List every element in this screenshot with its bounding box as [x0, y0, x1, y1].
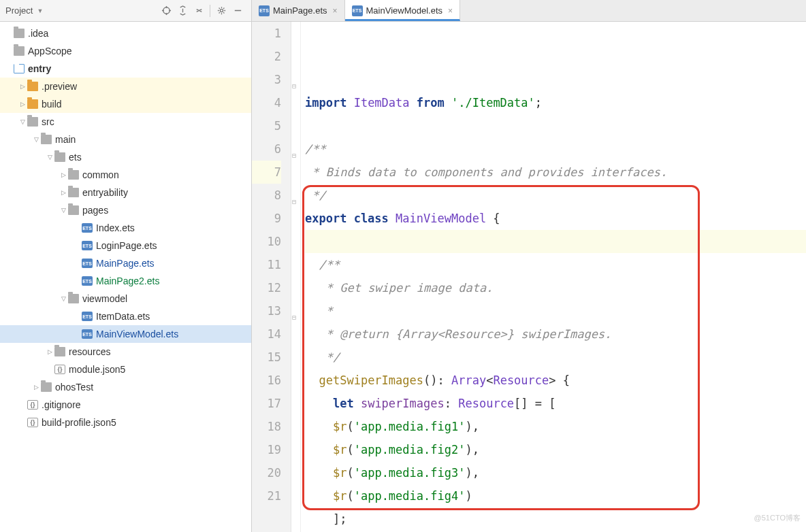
- tree-item-ets[interactable]: ▽ets: [0, 148, 251, 166]
- json-file-icon: {}: [54, 365, 65, 374]
- line-number: 15: [252, 346, 281, 369]
- code-line-18[interactable]: $r('app.media.fig4'): [305, 484, 806, 508]
- tree-label: ItemData.ets: [96, 311, 150, 322]
- folder-icon: [27, 117, 38, 127]
- gear-icon[interactable]: [214, 3, 229, 18]
- tree-item-entryability[interactable]: ▷entryability: [0, 184, 251, 201]
- fold-toggle-icon[interactable]: ⊟: [292, 144, 296, 167]
- tree-item-MainPage-ets[interactable]: ▷ETSMainPage.ets: [0, 254, 251, 272]
- folder-icon: [27, 82, 38, 91]
- tree-item-build-profile-json5[interactable]: ▷{}build-profile.json5: [0, 414, 251, 431]
- code-line-6[interactable]: export class MainViewModel {: [305, 207, 806, 230]
- code-line-17[interactable]: $r('app.media.fig3'),: [305, 461, 806, 484]
- project-tree: ▷.idea▷AppScope▷entry▷.preview▷build▽src…: [0, 22, 251, 434]
- svg-point-0: [163, 7, 169, 14]
- tree-item-MainViewModel-ets[interactable]: ▷ETSMainViewModel.ets: [0, 325, 251, 343]
- line-number: 2: [252, 45, 281, 68]
- chevron-right-icon[interactable]: ▷: [31, 384, 41, 390]
- close-icon[interactable]: ×: [448, 6, 453, 16]
- code-line-9[interactable]: * Get swiper image data.: [305, 276, 806, 299]
- tree-item-entry[interactable]: ▷entry: [0, 60, 251, 78]
- tree-item-ItemData-ets[interactable]: ▷ETSItemData.ets: [0, 307, 251, 325]
- code-line-10[interactable]: *: [305, 299, 806, 322]
- tree-item--preview[interactable]: ▷.preview: [0, 78, 251, 95]
- tree-item-common[interactable]: ▷common: [0, 166, 251, 184]
- project-tree-panel[interactable]: ▷.idea▷AppScope▷entry▷.preview▷build▽src…: [0, 22, 252, 532]
- folder-icon: [68, 188, 79, 197]
- ets-file-icon: ETS: [82, 223, 93, 233]
- tab-MainPage-ets[interactable]: ETSMainPage.ets×: [252, 0, 345, 21]
- project-dropdown-label[interactable]: Project: [5, 5, 33, 16]
- tree-label: MainViewModel.ets: [96, 329, 178, 339]
- code-line-11[interactable]: * @return {Array<Resource>} swiperImages…: [305, 322, 806, 346]
- chevron-down-icon[interactable]: ▽: [31, 136, 41, 143]
- minimize-icon[interactable]: [230, 3, 245, 18]
- chevron-right-icon[interactable]: ▷: [18, 83, 27, 90]
- tree-label: .preview: [42, 81, 77, 92]
- tree-item-ohosTest[interactable]: ▷ohosTest: [0, 378, 251, 396]
- tree-item-resources[interactable]: ▷resources: [0, 343, 251, 361]
- expand-icon[interactable]: [175, 3, 190, 18]
- tree-item-AppScope[interactable]: ▷AppScope: [0, 42, 251, 60]
- code-line-7[interactable]: [305, 230, 806, 253]
- code-line-19[interactable]: ];: [305, 508, 806, 531]
- tree-item-build[interactable]: ▷build: [0, 95, 251, 113]
- code-line-1[interactable]: import ItemData from './ItemData';: [305, 91, 806, 114]
- tree-item-Index-ets[interactable]: ▷ETSIndex.ets: [0, 219, 251, 237]
- code-area[interactable]: import ItemData from './ItemData'; /** *…: [301, 22, 806, 532]
- json-file-icon: {}: [27, 418, 38, 427]
- line-number: 16: [252, 369, 281, 392]
- collapse-icon[interactable]: [191, 3, 206, 18]
- code-line-14[interactable]: let swiperImages: Resource[] = [: [305, 392, 806, 415]
- code-line-8[interactable]: /**: [305, 253, 806, 276]
- line-number: 13: [252, 299, 281, 322]
- folder-icon: [54, 152, 65, 162]
- line-number: 6: [252, 137, 281, 161]
- watermark: @51CTO博客: [754, 506, 801, 529]
- tree-item--idea[interactable]: ▷.idea: [0, 24, 251, 42]
- tree-item-module-json5[interactable]: ▷{}module.json5: [0, 361, 251, 378]
- code-line-16[interactable]: $r('app.media.fig2'),: [305, 438, 806, 461]
- chevron-right-icon[interactable]: ▷: [45, 348, 54, 355]
- main-area: ▷.idea▷AppScope▷entry▷.preview▷build▽src…: [0, 22, 806, 532]
- code-line-2[interactable]: [305, 114, 806, 137]
- code-line-5[interactable]: */: [305, 184, 806, 207]
- folder-icon: [14, 29, 25, 38]
- line-number: 7: [252, 161, 281, 184]
- code-line-3[interactable]: /**: [305, 137, 806, 161]
- folder-icon: [68, 205, 79, 215]
- fold-toggle-icon[interactable]: ⊟: [292, 190, 296, 214]
- tree-item-MainPage2-ets[interactable]: ▷ETSMainPage2.ets: [0, 272, 251, 290]
- tree-item-viewmodel[interactable]: ▽viewmodel: [0, 290, 251, 307]
- chevron-down-icon[interactable]: ▽: [45, 154, 54, 161]
- close-icon[interactable]: ×: [333, 6, 338, 16]
- chevron-down-icon[interactable]: ▼: [37, 7, 43, 14]
- tree-item--gitignore[interactable]: ▷{}.gitignore: [0, 396, 251, 414]
- target-icon[interactable]: [159, 3, 174, 18]
- fold-toggle-icon[interactable]: ⊟: [292, 75, 296, 98]
- tree-label: AppScope: [28, 46, 72, 56]
- chevron-right-icon[interactable]: ▷: [59, 171, 68, 178]
- top-toolbar: Project ▼ ETSMainPage.ets×ETSMainViewMod…: [0, 0, 806, 22]
- tree-item-src[interactable]: ▽src: [0, 113, 251, 131]
- fold-toggle-icon[interactable]: ⊟: [292, 306, 296, 329]
- code-line-4[interactable]: * Binds data to components and provides …: [305, 161, 806, 184]
- chevron-down-icon[interactable]: ▽: [59, 295, 68, 302]
- chevron-right-icon[interactable]: ▷: [59, 189, 68, 196]
- chevron-down-icon[interactable]: ▽: [59, 207, 68, 214]
- tree-item-main[interactable]: ▽main: [0, 131, 251, 148]
- chevron-down-icon[interactable]: ▽: [18, 118, 27, 125]
- code-line-12[interactable]: */: [305, 346, 806, 369]
- tree-label: MainPage2.ets: [96, 276, 159, 286]
- folder-icon: [54, 347, 65, 356]
- code-editor[interactable]: 123456789101112131415161718192021 ⊟⊟⊟⊟ i…: [252, 22, 806, 532]
- folder-icon: [41, 135, 52, 144]
- tree-label: .idea: [28, 28, 48, 39]
- line-number: 20: [252, 461, 281, 484]
- tab-MainViewModel-ets[interactable]: ETSMainViewModel.ets×: [345, 0, 461, 21]
- tree-item-LoginPage-ets[interactable]: ▷ETSLoginPage.ets: [0, 237, 251, 254]
- tree-item-pages[interactable]: ▽pages: [0, 201, 251, 219]
- code-line-13[interactable]: getSwiperImages(): Array<Resource> {: [305, 369, 806, 392]
- code-line-15[interactable]: $r('app.media.fig1'),: [305, 415, 806, 438]
- chevron-right-icon[interactable]: ▷: [18, 101, 27, 107]
